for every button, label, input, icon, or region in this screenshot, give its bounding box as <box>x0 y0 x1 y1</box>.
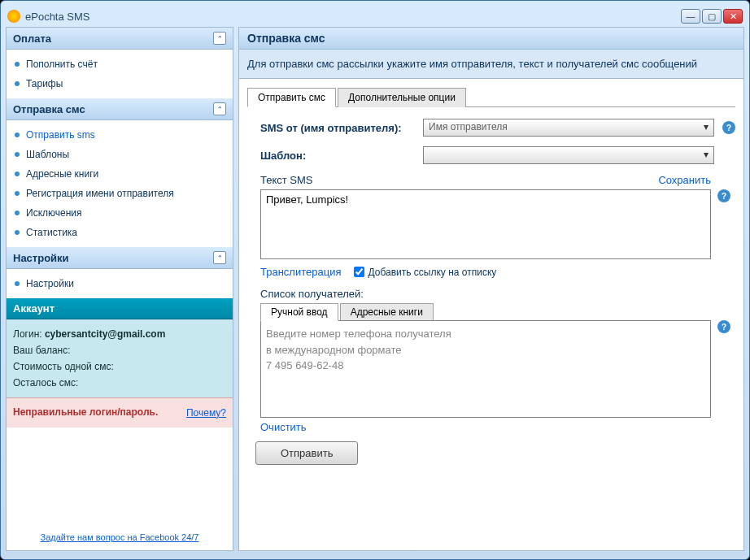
group-items-settings: Настройки <box>7 269 233 298</box>
unsubscribe-checkbox[interactable] <box>354 267 364 277</box>
account-header: Аккаунт <box>7 298 233 319</box>
error-text: Неправильные логин/пароль. <box>13 406 158 419</box>
send-button[interactable]: Отправить <box>255 441 358 465</box>
sidebar-item-send-sms[interactable]: Отправить sms <box>10 125 229 145</box>
collapse-icon[interactable]: ⌃ <box>213 32 226 45</box>
account-login: Логин: cybersantcity@gmail.com <box>13 326 226 342</box>
tab-send-sms[interactable]: Отправить смс <box>247 88 336 107</box>
sidebar-item-address-books[interactable]: Адресные книги <box>10 164 229 184</box>
sender-label: SMS от (имя отправителя): <box>260 122 415 134</box>
main-tabs: Отправить смс Дополнительные опции <box>247 87 735 107</box>
page-title: Отправка смс <box>239 28 743 50</box>
content: Отправить смс Дополнительные опции SMS о… <box>239 79 743 550</box>
sms-text-input[interactable] <box>260 189 711 259</box>
tab-extra-options[interactable]: Дополнительные опции <box>338 88 466 107</box>
text-label: Текст SMS <box>260 174 313 186</box>
recipients-label: Список получателей: <box>247 288 735 300</box>
sidebar-item-topup[interactable]: Пополнить счёт <box>10 54 229 74</box>
sidebar: Оплата ⌃ Пополнить счёт Тарифы Отправка … <box>6 27 233 551</box>
clear-link[interactable]: Очистить <box>260 421 307 433</box>
transliterate-link[interactable]: Транслитерация <box>260 266 341 278</box>
text-header-row: Текст SMS Сохранить <box>247 174 735 186</box>
text-wrap: ? <box>247 189 735 259</box>
app-icon <box>7 10 20 23</box>
titlebar: ePochta SMS — ▢ ✕ <box>6 6 744 27</box>
sidebar-item-register-name[interactable]: Регистрация имени отправителя <box>10 184 229 203</box>
maximize-button[interactable]: ▢ <box>702 9 722 24</box>
unsubscribe-checkbox-wrap[interactable]: Добавить ссылку на отписку <box>354 267 496 278</box>
template-dropdown[interactable] <box>423 146 714 164</box>
help-icon[interactable]: ? <box>722 121 735 134</box>
group-title: Оплата <box>13 33 51 45</box>
sidebar-item-statistics[interactable]: Статистика <box>10 223 229 242</box>
group-title: Настройки <box>13 252 69 264</box>
account-cost: Стоимость одной смс: <box>13 358 226 375</box>
close-button[interactable]: ✕ <box>723 9 743 24</box>
tab-address-books[interactable]: Адресные книги <box>340 303 434 321</box>
template-label: Шаблон: <box>260 150 415 162</box>
help-icon[interactable]: ? <box>717 320 730 333</box>
help-icon[interactable]: ? <box>717 189 730 202</box>
group-items-payment: Пополнить счёт Тарифы <box>7 50 233 98</box>
account-body: Логин: cybersantcity@gmail.com Ваш балан… <box>7 319 233 397</box>
group-header-sms[interactable]: Отправка смс ⌃ <box>7 98 233 120</box>
group-title: Отправка смс <box>13 103 85 115</box>
window-frame: ePochta SMS — ▢ ✕ Оплата ⌃ Пополнить счё… <box>0 0 750 560</box>
sidebar-item-tariffs[interactable]: Тарифы <box>10 74 229 93</box>
error-box: Неправильные логин/пароль. Почему? <box>7 397 233 428</box>
account-balance: Ваш баланс: <box>13 342 226 358</box>
sender-dropdown[interactable]: Имя отправителя <box>423 119 714 137</box>
recipients-tabs: Ручной ввод Адресные книги <box>247 303 735 321</box>
collapse-icon[interactable]: ⌃ <box>213 102 226 115</box>
save-link[interactable]: Сохранить <box>658 174 711 186</box>
collapse-icon[interactable]: ⌃ <box>213 251 226 264</box>
below-text-row: Транслитерация Добавить ссылку на отписк… <box>247 266 735 278</box>
group-items-sms: Отправить sms Шаблоны Адресные книги Рег… <box>7 120 233 247</box>
account-remaining: Осталось смс: <box>13 375 226 391</box>
template-row: Шаблон: <box>247 146 735 164</box>
page-description: Для отправки смс рассылки укажите имя от… <box>239 50 743 79</box>
window-title: ePochta SMS <box>25 11 90 23</box>
facebook-link[interactable]: Задайте нам вопрос на Facebook 24/7 <box>7 524 233 550</box>
main-panel: Отправка смс Для отправки смс рассылки у… <box>238 27 744 551</box>
tab-manual-input[interactable]: Ручной ввод <box>260 303 338 321</box>
unsubscribe-label: Добавить ссылку на отписку <box>368 267 496 278</box>
recipients-wrap: Введите номер телефона получателя в межд… <box>247 320 735 418</box>
clear-link-wrap: Очистить <box>247 421 735 433</box>
sidebar-item-exclusions[interactable]: Исключения <box>10 203 229 223</box>
window-controls: — ▢ ✕ <box>681 9 743 24</box>
sidebar-item-settings[interactable]: Настройки <box>10 274 229 293</box>
minimize-button[interactable]: — <box>681 9 700 24</box>
group-header-payment[interactable]: Оплата ⌃ <box>7 28 233 50</box>
group-header-settings[interactable]: Настройки ⌃ <box>7 247 233 269</box>
recipients-input[interactable]: Введите номер телефона получателя в межд… <box>260 320 711 418</box>
error-link[interactable]: Почему? <box>186 407 226 419</box>
sidebar-item-templates[interactable]: Шаблоны <box>10 145 229 164</box>
sender-row: SMS от (имя отправителя): Имя отправител… <box>247 119 735 137</box>
